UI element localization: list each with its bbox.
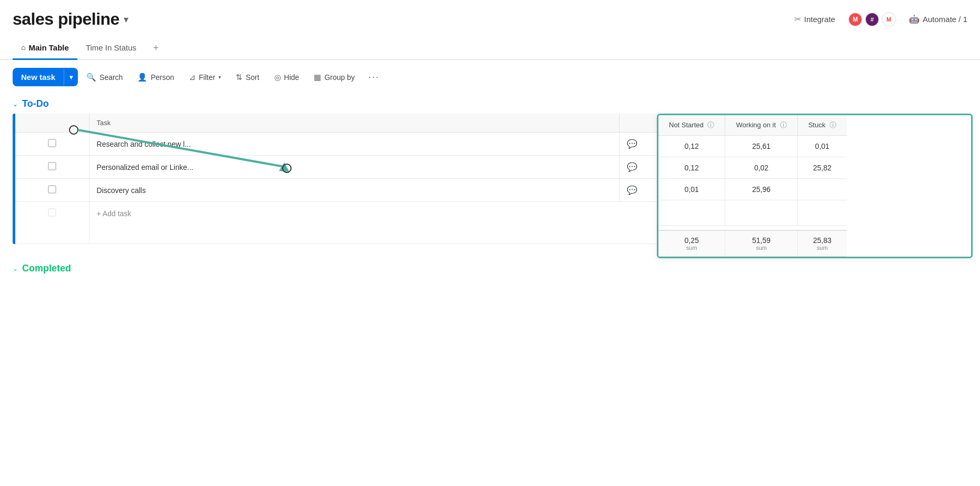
- app-icons: M # M: [848, 12, 896, 27]
- hide-icon: ◎: [274, 73, 281, 82]
- working-on-it-sum-label: sum: [736, 245, 786, 251]
- hide-button[interactable]: ◎ Hide: [268, 68, 306, 86]
- chat-icon[interactable]: 💬: [627, 163, 637, 171]
- checkbox-cell[interactable]: [15, 133, 89, 156]
- working-on-it-label: Working on it: [736, 121, 776, 129]
- working-on-it-info-icon[interactable]: ⓘ: [780, 121, 787, 129]
- working-on-it-value-1: 25,61: [725, 136, 797, 157]
- search-button[interactable]: 🔍 Search: [80, 68, 129, 86]
- search-label: Search: [99, 73, 123, 82]
- group-by-button[interactable]: ▦ Group by: [307, 68, 361, 86]
- toolbar: New task ▾ 🔍 Search 👤 Person ⊿ Filter ▾ …: [0, 60, 980, 94]
- filter-button[interactable]: ⊿ Filter ▾: [183, 68, 227, 86]
- stuck-label: Stuck: [808, 121, 826, 129]
- automate-icon: 🤖: [909, 14, 919, 24]
- sort-button[interactable]: ⇅ Sort: [229, 68, 266, 86]
- time-status-table: Not Started ⓘ Working on it ⓘ Stuck ⓘ: [658, 115, 847, 257]
- task-name-cell: Personalized email or Linke...: [89, 156, 619, 179]
- row-checkbox[interactable]: [48, 139, 56, 147]
- add-checkbox: [48, 208, 56, 217]
- sort-icon: ⇅: [236, 73, 243, 82]
- working-on-it-value-2: 0,02: [725, 157, 797, 179]
- tab-time-in-status-label: Time In Status: [86, 43, 136, 52]
- not-started-sum-label: sum: [669, 245, 714, 251]
- group-by-label: Group by: [324, 73, 355, 82]
- integrate-icon: ✂: [794, 14, 801, 24]
- time-data-row: 0,01 25,96: [658, 179, 847, 200]
- gmail-icon[interactable]: M: [882, 12, 896, 27]
- monday-icon[interactable]: M: [848, 12, 863, 27]
- stuck-sum: 25,83: [813, 236, 832, 245]
- filter-icon: ⊿: [189, 73, 196, 82]
- add-task-checkbox-cell: [15, 202, 89, 225]
- slack-icon[interactable]: #: [865, 12, 879, 27]
- person-button[interactable]: 👤 Person: [131, 68, 180, 86]
- color-bar-checkbox-cell: [15, 225, 89, 244]
- not-started-sum: 0,25: [685, 236, 699, 245]
- stuck-info-icon[interactable]: ⓘ: [829, 121, 836, 129]
- checkbox-col-header: [15, 114, 89, 133]
- task-name-cell: Research and collect new l...: [89, 133, 619, 156]
- todo-table-group: Task Status Research and collect new l..…: [13, 114, 967, 244]
- stuck-value-3: [797, 179, 847, 200]
- time-color-bar-row: [658, 226, 847, 231]
- time-empty-cell-2: [725, 200, 797, 226]
- sort-label: Sort: [246, 73, 259, 82]
- not-started-sum-cell: 0,25 sum: [658, 230, 725, 257]
- task-col-header: Task: [89, 114, 619, 133]
- hide-label: Hide: [284, 73, 299, 82]
- stuck-value-2: 25,82: [797, 157, 847, 179]
- checkbox-cell[interactable]: [15, 179, 89, 202]
- row-checkbox[interactable]: [48, 162, 56, 170]
- more-options-button[interactable]: ···: [363, 67, 385, 87]
- tab-time-in-status[interactable]: Time In Status: [77, 38, 145, 60]
- working-on-it-col-header: Working on it ⓘ: [725, 115, 797, 136]
- not-started-info-icon[interactable]: ⓘ: [707, 121, 714, 129]
- working-on-it-sum: 51,59: [752, 236, 771, 245]
- time-empty-cell-3: [797, 200, 847, 226]
- color-bar-cell-empty: [89, 225, 702, 244]
- tab-add-button[interactable]: +: [145, 37, 167, 60]
- completed-group-title: Completed: [22, 263, 71, 274]
- automate-label: Automate / 1: [923, 15, 967, 24]
- checkbox-cell[interactable]: [15, 156, 89, 179]
- not-started-label: Not Started: [669, 121, 704, 129]
- group-by-icon: ▦: [314, 73, 321, 82]
- todo-group-title: To-Do: [22, 98, 49, 109]
- time-summary-row: 0,25 sum 51,59 sum 25,83 sum: [658, 230, 847, 257]
- new-task-button[interactable]: New task ▾: [13, 68, 78, 86]
- time-empty-cell-1: [658, 200, 725, 226]
- stuck-col-header: Stuck ⓘ: [797, 115, 847, 136]
- new-task-dropdown-arrow[interactable]: ▾: [64, 69, 78, 86]
- page-title-chevron[interactable]: ▾: [124, 14, 128, 25]
- person-label: Person: [151, 73, 174, 82]
- stuck-value-1: 0,01: [797, 136, 847, 157]
- chat-icon[interactable]: 💬: [627, 186, 637, 195]
- time-header-row: Not Started ⓘ Working on it ⓘ Stuck ⓘ: [658, 115, 847, 136]
- new-task-label: New task: [13, 68, 64, 86]
- content-area: ⌄ To-Do Task Status Research and c: [0, 94, 980, 278]
- time-empty-row: [658, 200, 847, 226]
- todo-group-chevron[interactable]: ⌄: [13, 100, 18, 108]
- home-icon: ⌂: [21, 43, 25, 52]
- person-icon: 👤: [137, 73, 147, 82]
- task-name-cell: Discovery calls: [89, 179, 619, 202]
- working-on-it-value-3: 25,96: [725, 179, 797, 200]
- tab-main-table[interactable]: ⌂ Main Table: [13, 38, 77, 60]
- tabs-bar: ⌂ Main Table Time In Status +: [0, 37, 980, 60]
- header-left: sales pipeline ▾: [13, 9, 128, 29]
- stuck-sum-cell: 25,83 sum: [797, 230, 847, 257]
- chat-icon[interactable]: 💬: [627, 139, 637, 148]
- not-started-value-3: 0,01: [658, 179, 725, 200]
- row-checkbox[interactable]: [48, 185, 56, 194]
- completed-group-chevron[interactable]: ⌄: [13, 265, 18, 272]
- stuck-sum-label: sum: [808, 245, 836, 251]
- integrate-label: Integrate: [804, 15, 835, 24]
- integrate-button[interactable]: ✂ Integrate: [794, 14, 835, 24]
- filter-dropdown-arrow: ▾: [218, 74, 221, 80]
- search-icon: 🔍: [86, 73, 96, 82]
- filter-label: Filter: [199, 73, 215, 82]
- automate-button[interactable]: 🤖 Automate / 1: [909, 14, 967, 24]
- header: sales pipeline ▾ ✂ Integrate M # M 🤖 Aut…: [0, 0, 980, 29]
- page-title: sales pipeline: [13, 9, 119, 29]
